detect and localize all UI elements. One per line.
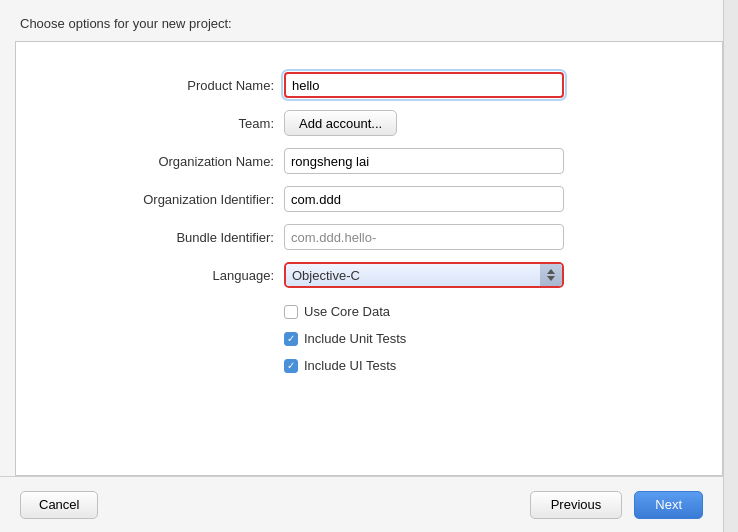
bundle-id-row: Bundle Identifier: (109, 224, 629, 250)
team-label: Team: (109, 116, 284, 131)
org-id-row: Organization Identifier: (109, 186, 629, 212)
language-select-wrapper: Objective-C Swift (284, 262, 564, 288)
org-name-input[interactable] (284, 148, 564, 174)
header: Choose options for your new project: (0, 0, 738, 41)
use-core-data-label: Use Core Data (304, 304, 390, 319)
previous-button[interactable]: Previous (530, 491, 623, 519)
include-ui-tests-row[interactable]: ✓ Include UI Tests (284, 358, 629, 373)
bundle-id-label: Bundle Identifier: (109, 230, 284, 245)
product-name-label: Product Name: (109, 78, 284, 93)
use-core-data-checkbox[interactable] (284, 305, 298, 319)
language-select[interactable]: Objective-C Swift (286, 264, 562, 286)
form-panel: Product Name: Team: Add account... Organ… (15, 41, 723, 476)
language-label: Language: (109, 268, 284, 283)
org-id-input[interactable] (284, 186, 564, 212)
scrollbar[interactable] (723, 0, 738, 532)
include-unit-tests-checkbox[interactable]: ✓ (284, 332, 298, 346)
cancel-button[interactable]: Cancel (20, 491, 98, 519)
use-core-data-row[interactable]: Use Core Data (284, 304, 629, 319)
main-content-area: Product Name: Team: Add account... Organ… (0, 41, 738, 476)
org-id-label: Organization Identifier: (109, 192, 284, 207)
window: Choose options for your new project: Pro… (0, 0, 738, 532)
org-name-label: Organization Name: (109, 154, 284, 169)
product-name-input[interactable] (284, 72, 564, 98)
include-unit-tests-label: Include Unit Tests (304, 331, 406, 346)
language-row: Language: Objective-C Swift (109, 262, 629, 288)
bottom-right-buttons: Previous Next (530, 491, 703, 519)
form-area: Product Name: Team: Add account... Organ… (109, 72, 629, 373)
include-ui-tests-label: Include UI Tests (304, 358, 396, 373)
org-name-row: Organization Name: (109, 148, 629, 174)
next-button[interactable]: Next (634, 491, 703, 519)
header-title: Choose options for your new project: (20, 16, 232, 31)
product-name-row: Product Name: (109, 72, 629, 98)
include-ui-tests-checkbox[interactable]: ✓ (284, 359, 298, 373)
bundle-id-input (284, 224, 564, 250)
bottom-bar: Cancel Previous Next (0, 476, 723, 532)
add-account-button[interactable]: Add account... (284, 110, 397, 136)
team-row: Team: Add account... (109, 110, 629, 136)
include-unit-tests-row[interactable]: ✓ Include Unit Tests (284, 331, 629, 346)
